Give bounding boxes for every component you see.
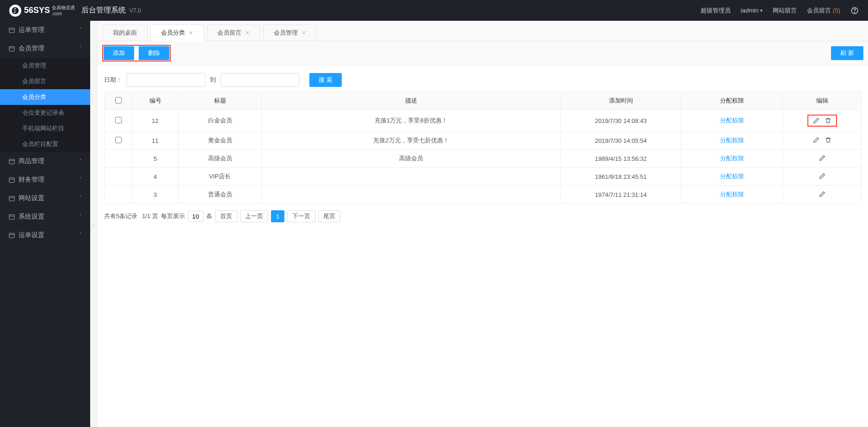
sidebar-sub-item[interactable]: 会员留言: [0, 73, 90, 89]
row-actions: [819, 191, 825, 197]
pager-perpage-input[interactable]: [188, 211, 203, 222]
row-actions: [813, 117, 831, 124]
svg-rect-14: [9, 233, 14, 238]
pager-next[interactable]: 下一页: [287, 210, 315, 222]
th-perm: 分配权限: [681, 92, 783, 110]
logo-icon: [9, 5, 21, 17]
cell-id: 5: [132, 150, 179, 168]
toolbar: 添加 删除 刷 新: [98, 41, 868, 66]
sidebar-item-label: 运单设置: [18, 231, 79, 239]
sidebar-item[interactable]: 运单管理˅: [0, 21, 90, 39]
sidebar-item[interactable]: 会员管理˄: [0, 39, 90, 58]
edit-icon[interactable]: [819, 173, 825, 179]
th-time: 添加时间: [561, 92, 681, 110]
assign-permission-link[interactable]: 分配权限: [720, 173, 744, 180]
cell-time: 2019/7/30 14:08:43: [561, 110, 681, 132]
svg-rect-4: [9, 46, 14, 51]
date-from-input[interactable]: [127, 73, 205, 87]
filter-bar: 日期： 到 搜 索: [98, 66, 868, 92]
search-button[interactable]: 搜 索: [309, 73, 342, 87]
sidebar-item[interactable]: 系统设置˅: [0, 207, 90, 226]
site-messages-link[interactable]: 网站留言: [773, 6, 797, 15]
refresh-button[interactable]: 刷 新: [831, 46, 863, 60]
tab[interactable]: 会员分类✕: [150, 24, 204, 41]
sidebar-item[interactable]: 商品管理˅: [0, 152, 90, 171]
pager-total: 共有5条记录: [104, 212, 137, 220]
chevron-left-icon: ‹: [93, 221, 95, 227]
pager-unit: 条: [206, 212, 212, 220]
select-all-checkbox[interactable]: [115, 97, 122, 104]
pager-last[interactable]: 尾页: [318, 210, 340, 222]
sidebar-sub-item[interactable]: 会员栏目配置: [0, 136, 90, 152]
edit-icon[interactable]: [819, 155, 825, 161]
logo: 56SYS 全易物流通.com: [9, 5, 75, 17]
svg-point-1: [854, 12, 855, 12]
logo-sub: 全易物流通.com: [52, 5, 75, 16]
delete-icon[interactable]: [825, 137, 831, 143]
menu-icon: [8, 45, 18, 52]
chevron-down-icon: ˅: [79, 195, 82, 201]
member-messages-link[interactable]: 会员留言 (5): [807, 6, 840, 15]
th-desc: 描述: [262, 92, 561, 110]
cell-desc: [262, 186, 561, 204]
delete-icon[interactable]: [825, 117, 831, 124]
sidebar-sub-item[interactable]: 仓位变更记录表: [0, 105, 90, 121]
cell-title: 黄金会员: [179, 132, 262, 150]
delete-button[interactable]: 删除: [139, 46, 169, 60]
tab[interactable]: 会员管理✕: [263, 24, 317, 41]
cell-id: 4: [132, 168, 179, 186]
table-row: 4VIP店长1961/9/18 23:45:51分配权限: [105, 168, 862, 186]
user-role[interactable]: 超级管理员: [701, 6, 731, 15]
cell-title: 白金会员: [179, 110, 262, 132]
table-row: 5高级会员高级会员1989/4/15 13:56:32分配权限: [105, 150, 862, 168]
sidebar-sub-item[interactable]: 会员分类: [0, 89, 90, 105]
tab[interactable]: 我的桌面: [102, 24, 148, 41]
close-icon[interactable]: ✕: [302, 30, 306, 36]
assign-permission-link[interactable]: 分配权限: [720, 137, 744, 144]
sidebar-item[interactable]: 财务管理˅: [0, 171, 90, 189]
row-checkbox[interactable]: [115, 137, 122, 143]
edit-icon[interactable]: [813, 117, 819, 124]
chevron-down-icon: ˅: [79, 158, 82, 165]
assign-permission-link[interactable]: 分配权限: [720, 155, 744, 162]
chevron-down-icon: ˅: [79, 232, 82, 238]
help-icon[interactable]: [850, 6, 859, 15]
tab-label: 会员管理: [274, 29, 298, 37]
pagination: 共有5条记录 1/1 页 每页展示 条 首页 上一页 1 下一页 尾页: [98, 204, 868, 229]
table-row: 12白金会员充值1万元，享受8折优惠！2019/7/30 14:08:43分配权…: [105, 110, 862, 132]
add-button[interactable]: 添加: [104, 46, 134, 60]
sidebar-item-label: 网站设置: [18, 194, 79, 202]
assign-permission-link[interactable]: 分配权限: [720, 191, 744, 198]
close-icon[interactable]: ✕: [189, 30, 193, 36]
app-header: 56SYS 全易物流通.com 后台管理系统 V7.0 超级管理员 iadmin…: [0, 0, 868, 21]
edit-icon[interactable]: [819, 191, 825, 197]
chevron-up-icon: ˄: [79, 45, 82, 52]
main-content: 我的桌面会员分类✕会员留言✕会员管理✕ 添加 删除 刷 新 日期： 到 搜 索: [98, 21, 868, 427]
th-title: 标题: [179, 92, 262, 110]
sidebar-sub-item[interactable]: 手机端网站栏目: [0, 121, 90, 136]
assign-permission-link[interactable]: 分配权限: [720, 117, 744, 124]
sidebar-item-label: 财务管理: [18, 176, 79, 184]
row-checkbox[interactable]: [115, 117, 122, 123]
close-icon[interactable]: ✕: [245, 30, 250, 36]
pager-first[interactable]: 首页: [215, 210, 237, 222]
pager-prev[interactable]: 上一页: [240, 210, 268, 222]
sidebar-collapse-handle[interactable]: ‹: [90, 21, 98, 427]
row-actions: [819, 173, 825, 179]
menu-icon: [8, 232, 18, 239]
edit-icon[interactable]: [813, 137, 819, 143]
sidebar-item[interactable]: 运单设置˅: [0, 226, 90, 244]
chevron-down-icon: ▾: [760, 8, 763, 13]
pager-current[interactable]: 1: [271, 210, 284, 222]
tab-bar: 我的桌面会员分类✕会员留言✕会员管理✕: [98, 21, 868, 41]
user-menu[interactable]: iadmin ▾: [741, 7, 763, 14]
cell-desc: 充值1万元，享受8折优惠！: [262, 110, 561, 132]
sidebar-item-label: 会员管理: [18, 44, 79, 53]
cell-id: 11: [132, 132, 179, 150]
sidebar-item[interactable]: 网站设置˅: [0, 189, 90, 207]
tab[interactable]: 会员留言✕: [207, 24, 260, 41]
date-label: 日期：: [104, 76, 122, 84]
sidebar-sub-item[interactable]: 会员管理: [0, 58, 90, 73]
menu-icon: [8, 214, 18, 220]
date-to-input[interactable]: [221, 73, 299, 87]
